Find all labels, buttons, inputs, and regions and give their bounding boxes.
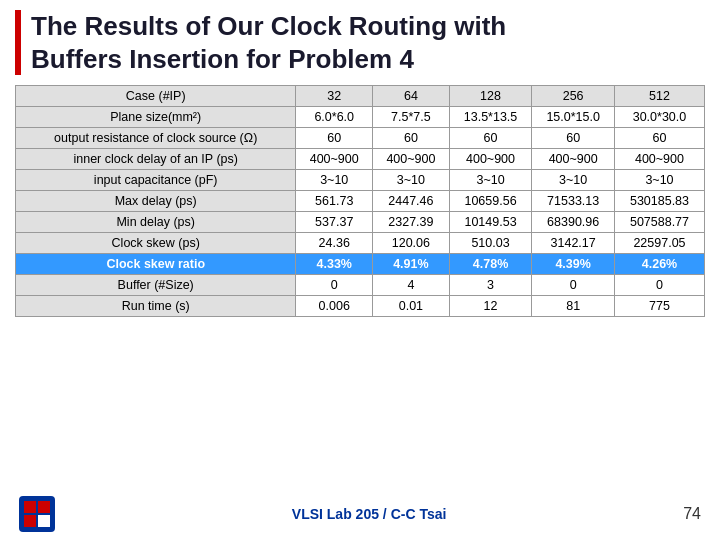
col-header-32: 32 — [296, 86, 373, 107]
logo-box — [19, 496, 55, 532]
page-title: The Results of Our Clock Routing with Bu… — [15, 10, 705, 75]
table-cell: 0.01 — [373, 296, 450, 317]
footer-logo — [19, 496, 55, 532]
table-cell: 4.78% — [449, 254, 532, 275]
table-cell: 0 — [296, 275, 373, 296]
row-label: inner clock delay of an IP (ps) — [16, 149, 296, 170]
row-label: Plane size(mm²) — [16, 107, 296, 128]
table-cell: 400~900 — [296, 149, 373, 170]
table-cell: 400~900 — [449, 149, 532, 170]
col-header-256: 256 — [532, 86, 615, 107]
table-cell: 0 — [614, 275, 704, 296]
row-label: input capacitance (pF) — [16, 170, 296, 191]
table-cell: 7.5*7.5 — [373, 107, 450, 128]
row-label: Run time (s) — [16, 296, 296, 317]
table-wrapper: Case (#IP) 32 64 128 256 512 Plane size(… — [15, 85, 705, 490]
table-row: input capacitance (pF)3~103~103~103~103~… — [16, 170, 705, 191]
table-cell: 15.0*15.0 — [532, 107, 615, 128]
footer-page-number: 74 — [683, 505, 701, 523]
table-cell: 68390.96 — [532, 212, 615, 233]
table-cell: 60 — [296, 128, 373, 149]
svg-rect-0 — [24, 501, 36, 513]
table-cell: 400~900 — [373, 149, 450, 170]
svg-rect-2 — [24, 515, 36, 527]
results-table: Case (#IP) 32 64 128 256 512 Plane size(… — [15, 85, 705, 317]
table-cell: 4 — [373, 275, 450, 296]
footer-center-text: VLSI Lab 205 / C-C Tsai — [292, 506, 447, 522]
table-cell: 71533.13 — [532, 191, 615, 212]
table-row: Clock skew (ps)24.36120.06510.033142.172… — [16, 233, 705, 254]
table-cell: 0 — [532, 275, 615, 296]
row-label: Buffer (#Size) — [16, 275, 296, 296]
table-cell: 3~10 — [373, 170, 450, 191]
row-label: Min delay (ps) — [16, 212, 296, 233]
table-cell: 2327.39 — [373, 212, 450, 233]
svg-rect-1 — [38, 501, 50, 513]
table-cell: 60 — [373, 128, 450, 149]
table-row: Plane size(mm²)6.0*6.07.5*7.513.5*13.515… — [16, 107, 705, 128]
table-row: inner clock delay of an IP (ps)400~90040… — [16, 149, 705, 170]
table-cell: 60 — [614, 128, 704, 149]
table-cell: 30.0*30.0 — [614, 107, 704, 128]
table-cell: 400~900 — [532, 149, 615, 170]
col-header-64: 64 — [373, 86, 450, 107]
table-cell: 12 — [449, 296, 532, 317]
svg-rect-3 — [38, 515, 50, 527]
page: The Results of Our Clock Routing with Bu… — [0, 0, 720, 540]
row-label: Clock skew (ps) — [16, 233, 296, 254]
table-cell: 510.03 — [449, 233, 532, 254]
table-cell: 3~10 — [532, 170, 615, 191]
table-row: Clock skew ratio4.33%4.91%4.78%4.39%4.26… — [16, 254, 705, 275]
col-header-label: Case (#IP) — [16, 86, 296, 107]
table-cell: 120.06 — [373, 233, 450, 254]
table-cell: 3 — [449, 275, 532, 296]
table-cell: 3~10 — [296, 170, 373, 191]
table-row: output resistance of clock source (Ω)606… — [16, 128, 705, 149]
table-cell: 3~10 — [449, 170, 532, 191]
footer: VLSI Lab 205 / C-C Tsai 74 — [15, 496, 705, 532]
table-cell: 81 — [532, 296, 615, 317]
row-label: Clock skew ratio — [16, 254, 296, 275]
table-row: Buffer (#Size)04300 — [16, 275, 705, 296]
table-cell: 13.5*13.5 — [449, 107, 532, 128]
table-cell: 530185.83 — [614, 191, 704, 212]
table-cell: 4.26% — [614, 254, 704, 275]
table-cell: 537.37 — [296, 212, 373, 233]
table-cell: 561.73 — [296, 191, 373, 212]
table-cell: 507588.77 — [614, 212, 704, 233]
table-cell: 6.0*6.0 — [296, 107, 373, 128]
table-cell: 60 — [449, 128, 532, 149]
table-cell: 2447.46 — [373, 191, 450, 212]
table-row: Max delay (ps)561.732447.4610659.5671533… — [16, 191, 705, 212]
table-cell: 60 — [532, 128, 615, 149]
table-cell: 22597.05 — [614, 233, 704, 254]
table-row: Min delay (ps)537.372327.3910149.5368390… — [16, 212, 705, 233]
table-cell: 10659.56 — [449, 191, 532, 212]
table-cell: 3142.17 — [532, 233, 615, 254]
table-cell: 3~10 — [614, 170, 704, 191]
table-cell: 24.36 — [296, 233, 373, 254]
table-cell: 0.006 — [296, 296, 373, 317]
table-cell: 775 — [614, 296, 704, 317]
col-header-128: 128 — [449, 86, 532, 107]
table-cell: 4.33% — [296, 254, 373, 275]
col-header-512: 512 — [614, 86, 704, 107]
row-label: output resistance of clock source (Ω) — [16, 128, 296, 149]
table-cell: 400~900 — [614, 149, 704, 170]
row-label: Max delay (ps) — [16, 191, 296, 212]
table-cell: 4.39% — [532, 254, 615, 275]
table-row: Run time (s)0.0060.011281775 — [16, 296, 705, 317]
table-cell: 4.91% — [373, 254, 450, 275]
table-cell: 10149.53 — [449, 212, 532, 233]
